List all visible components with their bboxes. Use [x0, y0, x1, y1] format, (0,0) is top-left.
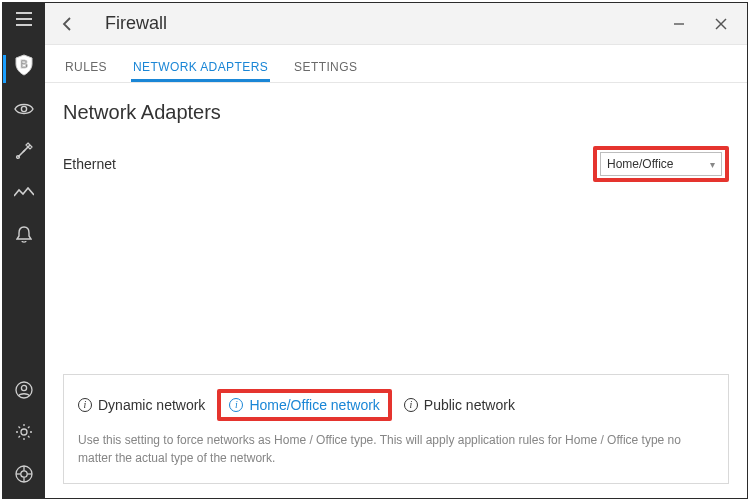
option-home-office-network[interactable]: i Home/Office network: [217, 389, 391, 421]
svg-text:B: B: [20, 59, 27, 70]
network-type-value: Home/Office: [607, 157, 673, 171]
option-dynamic-network[interactable]: i Dynamic network: [78, 397, 205, 413]
svg-point-7: [21, 385, 26, 390]
tab-network-adapters[interactable]: NETWORK ADAPTERS: [131, 50, 270, 82]
shield-icon[interactable]: B: [12, 53, 36, 77]
activity-icon[interactable]: [14, 183, 34, 203]
sidebar: B: [3, 3, 45, 498]
info-icon: i: [404, 398, 418, 412]
close-button[interactable]: [709, 12, 733, 36]
chevron-down-icon: ▾: [710, 159, 715, 170]
option-label: Home/Office network: [249, 397, 379, 413]
hamburger-icon[interactable]: [14, 9, 34, 29]
svg-point-10: [21, 471, 27, 477]
option-public-network[interactable]: i Public network: [404, 397, 515, 413]
bell-icon[interactable]: [14, 225, 34, 245]
main-area: Firewall RULES NETWORK ADAPTERS SETTINGS…: [45, 3, 747, 498]
tab-rules[interactable]: RULES: [63, 50, 109, 82]
section-heading: Network Adapters: [63, 101, 729, 124]
option-label: Dynamic network: [98, 397, 205, 413]
tools-icon[interactable]: [14, 141, 34, 161]
gear-icon[interactable]: [14, 422, 34, 442]
svg-point-8: [21, 429, 27, 435]
info-icon: i: [78, 398, 92, 412]
adapter-row: Ethernet Home/Office ▾: [63, 146, 729, 182]
adapter-name: Ethernet: [63, 156, 116, 172]
content: Network Adapters Ethernet Home/Office ▾ …: [45, 83, 747, 498]
option-label: Public network: [424, 397, 515, 413]
sidebar-active-indicator: [3, 55, 6, 83]
network-type-panel: i Dynamic network i Home/Office network …: [63, 374, 729, 484]
tab-settings[interactable]: SETTINGS: [292, 50, 359, 82]
sidebar-bottom-group: [14, 380, 34, 498]
minimize-button[interactable]: [667, 12, 691, 36]
page-title: Firewall: [105, 13, 167, 34]
user-icon[interactable]: [14, 380, 34, 400]
app-window: B Firew: [2, 2, 748, 499]
back-button[interactable]: [53, 10, 81, 38]
titlebar: Firewall: [45, 3, 747, 45]
highlight-dropdown: Home/Office ▾: [593, 146, 729, 182]
eye-icon[interactable]: [14, 99, 34, 119]
window-controls: [667, 12, 739, 36]
tabs: RULES NETWORK ADAPTERS SETTINGS: [45, 45, 747, 83]
network-type-options: i Dynamic network i Home/Office network …: [78, 389, 714, 421]
network-type-select[interactable]: Home/Office ▾: [600, 152, 722, 176]
help-icon[interactable]: [14, 464, 34, 484]
option-description: Use this setting to force networks as Ho…: [78, 431, 714, 467]
svg-point-4: [21, 106, 26, 111]
info-icon: i: [229, 398, 243, 412]
